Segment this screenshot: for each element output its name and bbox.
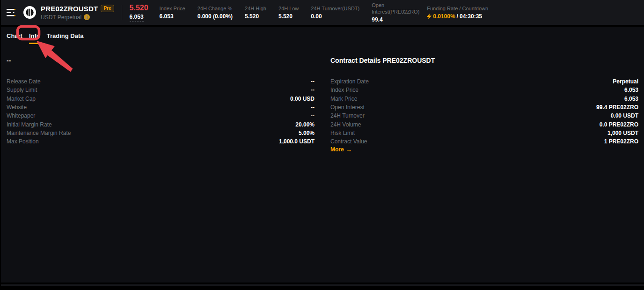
token-logo-icon <box>23 6 36 19</box>
tab-bar: Chart Info Trading Data <box>7 27 638 42</box>
markets-menu-icon[interactable] <box>7 9 16 16</box>
contract-details-title: Contract Details PRE02ZROUSDT <box>330 57 638 65</box>
bottom-strip <box>0 283 644 286</box>
stat-24h-low: 24H Low 5.520 <box>278 5 299 20</box>
contract-row-mark-price: Mark Price 6.053 <box>330 95 638 103</box>
topbar: PRE02ZROUSDT Pre USDT Perpetual i 5.520 … <box>0 0 644 25</box>
info-row-website: Website -- <box>7 103 315 112</box>
tab-trading-data[interactable]: Trading Data <box>47 32 84 43</box>
contract-row-risk-limit: Risk Limit 1,000 USDT <box>330 129 638 137</box>
topbar-stats: Index Price 6.053 24H Change % 0.000 (0.… <box>160 2 489 23</box>
pre-badge: Pre <box>101 5 114 12</box>
contract-details-section: Contract Details PRE02ZROUSDT Expiration… <box>330 57 638 153</box>
contract-row-open-interest: Open Interest 99.4 PRE02ZRO <box>330 103 638 112</box>
info-row-market-cap: Market Cap 0.00 USD <box>7 95 315 103</box>
funding-rate: 0.0100% <box>433 13 455 20</box>
tab-chart[interactable]: Chart <box>7 32 22 43</box>
symbol-block[interactable]: PRE02ZROUSDT Pre USDT Perpetual i <box>41 5 114 21</box>
price-block: 5.520 6.053 <box>130 4 148 22</box>
info-row-maintenance-margin-rate: Maintenance Margin Rate 5.00% <box>7 129 315 137</box>
mark-price-underlined[interactable]: 6.053 <box>130 14 144 22</box>
token-title: -- <box>7 57 315 65</box>
funding-countdown: 04:30:35 <box>460 13 482 20</box>
stat-open-interest: Open Interest(PRE02ZRO) 99.4 <box>372 2 415 23</box>
contract-row-24h-volume: 24H Volume 0.0 PRE02ZRO <box>330 120 638 128</box>
info-icon[interactable]: i <box>84 14 90 20</box>
info-row-supply-limit: Supply Limit -- <box>7 86 315 94</box>
lightning-icon <box>427 14 432 19</box>
info-row-whitepaper: Whitepaper -- <box>7 112 315 120</box>
stat-24h-turnover: 24H Turnover(USDT) 0.00 <box>311 5 359 20</box>
more-link[interactable]: More → <box>330 146 352 153</box>
last-price: 5.520 <box>130 4 148 12</box>
contract-row-contract-value: Contract Value 1 PRE02ZRO <box>330 137 638 146</box>
topbar-divider <box>122 5 122 20</box>
contract-type-label: USDT Perpetual <box>41 14 81 21</box>
stat-funding-countdown: Funding Rate / Countdown 0.0100% / 04:30… <box>427 5 488 20</box>
stat-index-price: Index Price 6.053 <box>160 5 185 20</box>
stat-24h-high: 24H High 5.520 <box>245 5 266 20</box>
info-row-max-position: Max Position 1,000.0 USDT <box>7 137 315 146</box>
stat-24h-change: 24H Change % 0.000 (0.00%) <box>198 5 233 20</box>
token-info-section: -- Release Date -- Supply Limit -- Marke… <box>7 57 315 153</box>
contract-row-index-price: Index Price 6.053 <box>330 86 638 94</box>
info-panel: Chart Info Trading Data -- Release Date … <box>0 25 644 283</box>
info-row-initial-margin-rate: Initial Margin Rate 20.00% <box>7 120 315 128</box>
right-arrow-icon: → <box>346 146 352 153</box>
symbol-name: PRE02ZROUSDT <box>41 5 98 13</box>
contract-row-expiration-date: Expiration Date Perpetual <box>330 77 638 86</box>
tab-info[interactable]: Info <box>29 32 40 44</box>
info-row-release-date: Release Date -- <box>7 77 315 86</box>
contract-row-24h-turnover: 24H Turnover 0.00 USDT <box>330 112 638 120</box>
